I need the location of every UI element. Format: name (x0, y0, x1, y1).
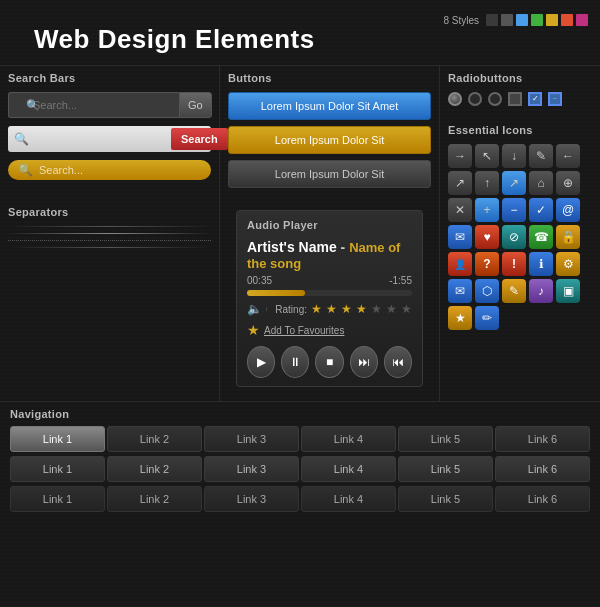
arrow-up-icon[interactable]: ↑ (475, 171, 499, 195)
icons-grid: → ↖ ↓ ✎ ← ↗ ↑ ↗ ⌂ ⊕ ✕ + − ✓ @ ✉ ♥ ⊘ ☎ 🔒 (448, 144, 592, 330)
mail-icon[interactable]: ✉ (448, 279, 472, 303)
star-icon-box[interactable]: ★ (448, 306, 472, 330)
audio-progress-fill (247, 290, 305, 296)
nav-row2-link3[interactable]: Link 3 (204, 456, 299, 482)
external-link-icon[interactable]: ↗ (502, 171, 526, 195)
edit-icon[interactable]: ✎ (502, 279, 526, 303)
star-5[interactable]: ★ (371, 302, 382, 316)
home-icon[interactable]: ⌂ (529, 171, 553, 195)
star-4[interactable]: ★ (356, 302, 367, 316)
nav-row3-link4[interactable]: Link 4 (301, 486, 396, 512)
nav-row2-link6[interactable]: Link 6 (495, 456, 590, 482)
plus-icon[interactable]: + (475, 198, 499, 222)
star-1[interactable]: ★ (311, 302, 322, 316)
search-input-3[interactable] (39, 164, 201, 176)
bookmark-icon[interactable]: ✏ (475, 306, 499, 330)
separator-2 (8, 233, 211, 234)
audio-progress-bar[interactable] (247, 290, 412, 296)
phone-icon[interactable]: ☎ (529, 225, 553, 249)
search-input-2[interactable] (33, 133, 171, 145)
nav-row1-link1[interactable]: Link 1 (10, 426, 105, 452)
music-icon[interactable]: ♪ (529, 279, 553, 303)
at-icon[interactable]: @ (556, 198, 580, 222)
nav-row3-link3[interactable]: Link 3 (204, 486, 299, 512)
styles-bar: 8 Styles (443, 14, 588, 26)
prev-button[interactable]: ⏮ (384, 346, 412, 378)
swatch-3[interactable] (531, 14, 543, 26)
swatch-4[interactable] (546, 14, 558, 26)
player-controls: ▶ ⏸ ■ ⏭ ⏮ (247, 346, 412, 378)
pause-button[interactable]: ⏸ (281, 346, 309, 378)
nav-row1-link6[interactable]: Link 6 (495, 426, 590, 452)
download-icon[interactable]: ↓ (502, 144, 526, 168)
button-gray[interactable]: Lorem Ipsum Dolor Sit (228, 160, 431, 188)
essential-icons-section: Essential Icons → ↖ ↓ ✎ ← ↗ ↑ ↗ ⌂ ⊕ ✕ + … (440, 118, 600, 336)
cursor-icon[interactable]: ↖ (475, 144, 499, 168)
star-7[interactable]: ★ (401, 302, 412, 316)
lock-icon[interactable]: 🔒 (556, 225, 580, 249)
nav-row1-link5[interactable]: Link 5 (398, 426, 493, 452)
left-column: Search Bars 🔍 Go 🔍 Search 🔍 Separato (0, 66, 220, 401)
swatch-0[interactable] (486, 14, 498, 26)
button-blue[interactable]: Lorem Ipsum Dolor Sit Amet (228, 92, 431, 120)
minus-icon[interactable]: − (502, 198, 526, 222)
nav-row2-link4[interactable]: Link 4 (301, 456, 396, 482)
radio-3[interactable] (488, 92, 502, 106)
audio-volume-row: 🔈 Rating: ★ ★ ★ ★ ★ ★ ★ (247, 302, 412, 316)
checkbox-1[interactable] (508, 92, 522, 106)
radio-row-circles: ✓ − (448, 92, 592, 106)
nav-row1-link2[interactable]: Link 2 (107, 426, 202, 452)
zoom-icon[interactable]: ⊕ (556, 171, 580, 195)
person-icon[interactable]: 👤 (448, 252, 472, 276)
volume-bar[interactable] (266, 307, 267, 311)
checkbox-2[interactable]: ✓ (528, 92, 542, 106)
swatch-1[interactable] (501, 14, 513, 26)
star-2[interactable]: ★ (326, 302, 337, 316)
no-icon[interactable]: ⊘ (502, 225, 526, 249)
arrow-left-icon[interactable]: ← (556, 144, 580, 168)
star-6[interactable]: ★ (386, 302, 397, 316)
checkbox-3[interactable]: − (548, 92, 562, 106)
radio-2[interactable] (468, 92, 482, 106)
pencil-icon[interactable]: ✎ (529, 144, 553, 168)
search-icon-2: 🔍 (10, 132, 33, 146)
search-bar-2: 🔍 Search (8, 126, 211, 152)
button-yellow[interactable]: Lorem Ipsum Dolor Sit (228, 126, 431, 154)
question-icon[interactable]: ? (475, 252, 499, 276)
arrow-right-icon[interactable]: → (448, 144, 472, 168)
shield-icon[interactable]: ⬡ (475, 279, 499, 303)
star-3[interactable]: ★ (341, 302, 352, 316)
stop-button[interactable]: ■ (315, 346, 343, 378)
image-icon[interactable]: ▣ (556, 279, 580, 303)
fav-label[interactable]: Add To Favourites (264, 325, 344, 336)
play-button[interactable]: ▶ (247, 346, 275, 378)
nav-row2-link5[interactable]: Link 5 (398, 456, 493, 482)
warning-icon[interactable]: ! (502, 252, 526, 276)
nav-row2-link1[interactable]: Link 1 (10, 456, 105, 482)
nav-row3-link2[interactable]: Link 2 (107, 486, 202, 512)
chat-icon[interactable]: ✉ (448, 225, 472, 249)
separators-title: Separators (8, 206, 211, 218)
nav-row3-link5[interactable]: Link 5 (398, 486, 493, 512)
info-icon[interactable]: ℹ (529, 252, 553, 276)
heart-icon[interactable]: ♥ (475, 225, 499, 249)
nav-row1-link3[interactable]: Link 3 (204, 426, 299, 452)
next-button[interactable]: ⏭ (350, 346, 378, 378)
swatch-2[interactable] (516, 14, 528, 26)
swatch-5[interactable] (561, 14, 573, 26)
swatch-6[interactable] (576, 14, 588, 26)
nav-row3-link1[interactable]: Link 1 (10, 486, 105, 512)
gear-icon[interactable]: ⚙ (556, 252, 580, 276)
page-header: Web Design Elements 8 Styles (0, 0, 600, 65)
nav-row2-link2[interactable]: Link 2 (107, 456, 202, 482)
check-icon[interactable]: ✓ (529, 198, 553, 222)
radio-1[interactable] (448, 92, 462, 106)
nav-row-2: Link 1 Link 2 Link 3 Link 4 Link 5 Link … (10, 456, 590, 482)
nav-row-3: Link 1 Link 2 Link 3 Link 4 Link 5 Link … (10, 486, 590, 512)
pointer-icon[interactable]: ↗ (448, 171, 472, 195)
right-column: Radiobuttons ✓ − Essential Icons → ↖ ↓ ✎… (440, 66, 600, 401)
nav-row3-link6[interactable]: Link 6 (495, 486, 590, 512)
close-icon[interactable]: ✕ (448, 198, 472, 222)
search-go-button[interactable]: Go (179, 92, 212, 118)
nav-row1-link4[interactable]: Link 4 (301, 426, 396, 452)
